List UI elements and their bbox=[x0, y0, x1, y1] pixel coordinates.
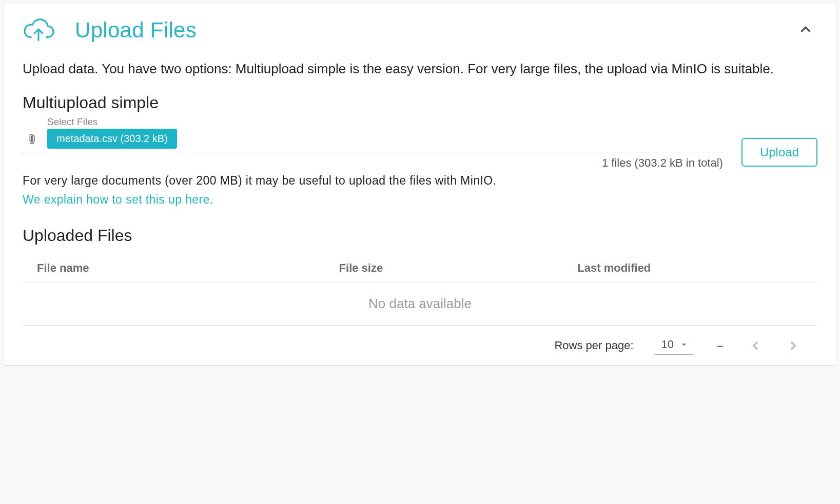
multiupload-heading: Multiupload simple bbox=[23, 93, 817, 112]
card-description: Upload data. You have two options: Multi… bbox=[23, 58, 817, 79]
minio-setup-link[interactable]: We explain how to set this up here. bbox=[23, 193, 213, 207]
paperclip-icon bbox=[23, 131, 38, 147]
uploaded-files-heading: Uploaded Files bbox=[23, 226, 817, 245]
files-summary: 1 files (303.2 kB in total) bbox=[23, 156, 723, 170]
empty-state-text: No data available bbox=[23, 283, 817, 326]
caret-down-icon bbox=[679, 339, 689, 350]
minio-note: For very large documents (over 200 MB) i… bbox=[23, 174, 817, 188]
chevron-up-icon[interactable] bbox=[794, 17, 817, 43]
cloud-upload-icon bbox=[23, 16, 54, 44]
pagination-range: – bbox=[714, 339, 726, 352]
col-file-size[interactable]: File size bbox=[325, 254, 563, 283]
col-file-name[interactable]: File name bbox=[23, 254, 325, 283]
card-header: Upload Files bbox=[23, 16, 817, 44]
chevron-right-icon[interactable] bbox=[785, 337, 802, 354]
selected-file-chip[interactable]: metadata.csv (303.2 kB) bbox=[47, 129, 177, 149]
card-title: Upload Files bbox=[75, 18, 794, 43]
rows-per-page-label: Rows per page: bbox=[554, 339, 633, 352]
rows-per-page-value: 10 bbox=[661, 338, 674, 351]
upload-files-card: Upload Files Upload data. You have two o… bbox=[4, 4, 836, 365]
table-pagination: Rows per page: 10 – bbox=[23, 326, 817, 359]
uploader-row: Select Files metadata.csv (303.2 kB) 1 f… bbox=[23, 115, 817, 170]
rows-per-page-select[interactable]: 10 bbox=[654, 336, 693, 355]
table-row: No data available bbox=[23, 283, 817, 326]
upload-button[interactable]: Upload bbox=[741, 138, 817, 167]
file-input[interactable]: metadata.csv (303.2 kB) bbox=[23, 129, 723, 152]
chevron-left-icon[interactable] bbox=[747, 337, 764, 354]
uploaded-files-table: File name File size Last modified No dat… bbox=[23, 254, 817, 326]
select-files-label: Select Files bbox=[47, 116, 723, 128]
col-last-modified[interactable]: Last modified bbox=[563, 254, 817, 283]
